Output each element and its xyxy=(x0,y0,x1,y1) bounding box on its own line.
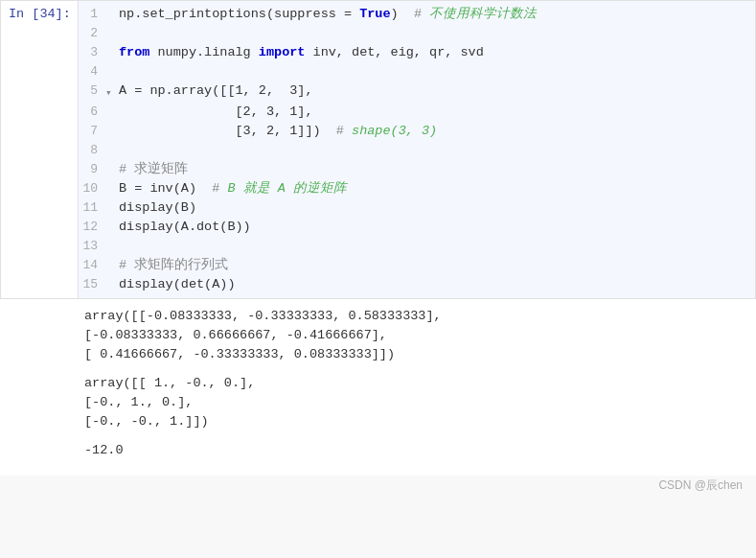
line-number: 8 xyxy=(79,141,105,160)
output-block-1: array([[-0.08333333, -0.33333333, 0.5833… xyxy=(84,307,748,364)
line-number: 7 xyxy=(79,122,105,141)
cell-label: In [34]: xyxy=(1,1,78,21)
code-line: 13 xyxy=(79,237,755,256)
fold-icon xyxy=(105,218,119,220)
fold-icon xyxy=(105,103,119,105)
code-line: 2 xyxy=(79,24,755,43)
fold-icon xyxy=(105,275,119,277)
code-area[interactable]: 1np.set_printoptions(suppress = True) # … xyxy=(78,1,755,298)
comment: # xyxy=(336,124,352,138)
line-content: display(A.dot(B)) xyxy=(119,218,755,237)
code-line: 12display(A.dot(B)) xyxy=(79,218,755,237)
keyword: True xyxy=(359,7,390,21)
line-content xyxy=(119,62,755,81)
line-number: 15 xyxy=(79,275,105,294)
code-line: 10B = inv(A) # B 就是 A 的逆矩阵 xyxy=(79,179,755,198)
line-number: 6 xyxy=(79,103,105,122)
keyword: import xyxy=(259,45,306,59)
line-number: 3 xyxy=(79,43,105,62)
line-content xyxy=(119,237,755,256)
line-content: [3, 2, 1]]) # shape(3, 3) xyxy=(119,122,755,141)
line-content: np.set_printoptions(suppress = True) # 不… xyxy=(119,5,755,24)
code-line: 1np.set_printoptions(suppress = True) # … xyxy=(79,5,755,24)
code-line: 8 xyxy=(79,141,755,160)
line-number: 2 xyxy=(79,24,105,43)
fold-icon xyxy=(105,237,119,239)
code-line: 15display(det(A)) xyxy=(79,275,755,294)
line-content xyxy=(119,24,755,43)
code-line: 6 [2, 3, 1], xyxy=(79,103,755,122)
line-content: [2, 3, 1], xyxy=(119,103,755,122)
comment: # xyxy=(414,7,429,21)
fold-icon xyxy=(105,43,119,45)
fold-icon xyxy=(105,5,119,7)
line-content: # 求矩阵的行列式 xyxy=(119,256,755,275)
code-text: [3, 2, 1]]) xyxy=(119,124,336,138)
line-number: 14 xyxy=(79,256,105,275)
fold-icon[interactable]: ▾ xyxy=(105,81,119,103)
output-line: [-0.08333333, 0.66666667, -0.41666667], xyxy=(84,326,748,345)
code-line: 3from numpy.linalg import inv, det, eig,… xyxy=(79,43,755,62)
fold-icon xyxy=(105,62,119,64)
code-line: 14# 求矩阵的行列式 xyxy=(79,256,755,275)
code-text: ) xyxy=(391,7,414,21)
code-line: 11display(B) xyxy=(79,198,755,218)
line-content: B = inv(A) # B 就是 A 的逆矩阵 xyxy=(119,179,755,198)
line-content xyxy=(119,141,755,160)
line-content: display(det(A)) xyxy=(119,275,755,294)
line-content: display(B) xyxy=(119,198,755,218)
output-line: [ 0.41666667, -0.33333333, 0.08333333]]) xyxy=(84,345,748,364)
line-content: # 求逆矩阵 xyxy=(119,160,755,179)
line-number: 5 xyxy=(79,81,105,101)
comment-chinese: shape(3, 3) xyxy=(352,124,437,138)
code-line: 4 xyxy=(79,62,755,81)
fold-icon xyxy=(105,198,119,200)
code-line: 5▾A = np.array([[1, 2, 3], xyxy=(79,81,755,103)
fold-icon xyxy=(105,160,119,162)
output-line: array([[-0.08333333, -0.33333333, 0.5833… xyxy=(84,307,748,326)
output-block-3: -12.0 xyxy=(84,441,748,460)
comment: # xyxy=(212,181,227,196)
fold-icon xyxy=(105,179,119,181)
output-line: array([[ 1., -0., 0.], xyxy=(84,374,748,393)
code-text: numpy.linalg xyxy=(149,45,258,59)
line-number: 1 xyxy=(79,5,105,24)
fold-icon xyxy=(105,24,119,26)
comment-chinese: B 就是 A 的逆矩阵 xyxy=(227,181,347,196)
output-area: array([[-0.08333333, -0.33333333, 0.5833… xyxy=(0,299,756,476)
code-text: [2, 3, 1], xyxy=(119,105,313,119)
code-text: display(A.dot(B)) xyxy=(119,220,251,234)
fold-icon xyxy=(105,141,119,143)
code-line: 9# 求逆矩阵 xyxy=(79,160,755,179)
code-line: 7 [3, 2, 1]]) # shape(3, 3) xyxy=(79,122,755,141)
keyword: from xyxy=(119,45,149,59)
comment-chinese: 不使用科学计数法 xyxy=(429,7,537,21)
line-number: 9 xyxy=(79,160,105,179)
comment: # 求矩阵的行列式 xyxy=(119,258,228,272)
output-line: [-0., -0., 1.]]) xyxy=(84,412,748,431)
code-text: display(det(A)) xyxy=(119,277,236,291)
watermark: CSDN @辰chen xyxy=(0,476,756,498)
fold-icon xyxy=(105,122,119,124)
code-text: inv, det, eig, qr, svd xyxy=(305,45,483,59)
output-block-2: array([[ 1., -0., 0.], [-0., 1., 0.], [-… xyxy=(84,374,748,431)
line-content: from numpy.linalg import inv, det, eig, … xyxy=(119,43,755,62)
code-text: B = inv(A) xyxy=(119,181,212,196)
line-number: 4 xyxy=(79,62,105,81)
code-text: display(B) xyxy=(119,200,196,215)
output-line: [-0., 1., 0.], xyxy=(84,393,748,412)
notebook-cell: In [34]: 1np.set_printoptions(suppress =… xyxy=(0,0,756,498)
comment: # 求逆矩阵 xyxy=(119,162,188,176)
code-text: A = np.array([[1, 2, 3], xyxy=(119,83,313,98)
line-number: 12 xyxy=(79,218,105,237)
output-scalar: -12.0 xyxy=(84,441,748,460)
line-number: 11 xyxy=(79,198,105,218)
line-number: 10 xyxy=(79,179,105,198)
fold-icon xyxy=(105,256,119,258)
line-content: A = np.array([[1, 2, 3], xyxy=(119,81,755,101)
code-text: np.set_printoptions(suppress = xyxy=(119,7,359,21)
line-number: 13 xyxy=(79,237,105,256)
